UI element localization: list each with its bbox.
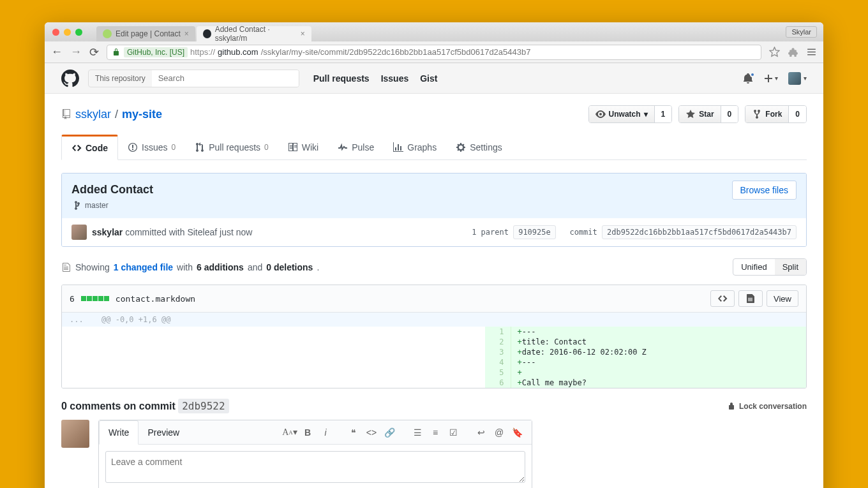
address-bar[interactable]: GitHub, Inc. [US] https://github.com/ssk… <box>107 45 761 60</box>
tab-pulse[interactable]: Pulse <box>328 135 384 159</box>
split-toggle[interactable]: Split <box>775 259 806 275</box>
bold-icon[interactable]: B <box>299 424 316 441</box>
nav-pull-requests[interactable]: Pull requests <box>313 73 370 84</box>
changed-files-link[interactable]: 1 changed file <box>114 262 173 272</box>
maximize-window[interactable] <box>75 29 82 36</box>
italic-icon[interactable]: i <box>317 424 334 441</box>
forward-button[interactable]: → <box>70 45 82 59</box>
quote-icon[interactable]: ❝ <box>345 424 362 441</box>
commit-title: Added Contact <box>71 183 797 196</box>
watch-button-group: Unwatch ▾ 1 <box>588 105 673 123</box>
extensions-icon[interactable] <box>788 47 798 57</box>
lock-conversation-button[interactable]: Lock conversation <box>726 401 807 411</box>
source-view-button[interactable] <box>710 290 735 307</box>
tab-code[interactable]: Code <box>61 135 118 160</box>
tab-issues[interactable]: Issues0 <box>118 135 185 159</box>
create-new-icon[interactable]: ▾ <box>763 73 778 84</box>
url-host: github.com <box>218 47 258 57</box>
task-list-icon[interactable]: ☑ <box>445 424 461 441</box>
fork-button-group: Fork 0 <box>745 105 807 123</box>
parent-sha-link[interactable]: 910925e <box>513 225 556 239</box>
user-menu[interactable]: ▾ <box>788 72 807 85</box>
browser-tab[interactable]: Added Contact · sskylar/m × <box>197 26 311 41</box>
repo-owner-link[interactable]: sskylar <box>75 108 111 121</box>
close-tab-icon[interactable]: × <box>301 29 305 38</box>
star-count[interactable]: 0 <box>721 106 738 122</box>
file-diff: 6 contact.markdown View ...@@ -0,0 +1,6 … <box>61 285 807 388</box>
fork-button[interactable]: Fork <box>745 106 788 122</box>
file-name[interactable]: contact.markdown <box>116 294 195 304</box>
tab-graphs[interactable]: Graphs <box>384 135 446 159</box>
diff-line: 3+date: 2016-06-12 02:02:00 Z <box>62 347 806 357</box>
diff-line: 1+--- <box>62 327 806 337</box>
close-tab-icon[interactable]: × <box>184 29 189 38</box>
browser-tab-bar: Edit page | Contact × Added Contact · ss… <box>45 22 823 41</box>
commit-sha: 2db9522dc16bb2bb1aa517cf5bd0617d2a5443b7 <box>602 225 797 239</box>
site-header: This repository Pull requests Issues Gis… <box>45 63 823 94</box>
branch-name[interactable]: master <box>85 201 108 210</box>
minimize-window[interactable] <box>64 29 71 36</box>
github-logo-icon[interactable] <box>61 70 79 87</box>
additions-count: 6 additions <box>197 262 244 272</box>
traffic-lights <box>45 29 90 36</box>
repo-header: sskylar / my-site Unwatch ▾ 1 Star 0 For… <box>61 105 807 123</box>
rendered-view-button[interactable] <box>738 290 763 307</box>
browse-files-button[interactable]: Browse files <box>732 181 797 200</box>
tab-pull-requests[interactable]: Pull requests0 <box>185 135 278 159</box>
unified-toggle[interactable]: Unified <box>733 259 774 275</box>
write-tab[interactable]: Write <box>99 420 138 445</box>
author-avatar[interactable] <box>71 225 87 240</box>
branch-icon <box>71 200 82 211</box>
menu-icon[interactable] <box>806 47 817 57</box>
close-window[interactable] <box>52 29 59 36</box>
lock-icon <box>111 47 121 57</box>
code-icon[interactable]: <> <box>363 424 380 441</box>
tab-title: Edit page | Contact <box>116 29 181 38</box>
diffstat-squares <box>81 296 109 301</box>
current-user-avatar[interactable] <box>61 420 89 448</box>
nav-gist[interactable]: Gist <box>420 73 437 84</box>
watch-button[interactable]: Unwatch ▾ <box>589 106 654 122</box>
fork-count[interactable]: 0 <box>788 106 806 122</box>
hunk-header: ...@@ -0,0 +1,6 @@ <box>62 313 806 327</box>
preview-tab[interactable]: Preview <box>138 421 188 444</box>
nav-issues[interactable]: Issues <box>381 73 409 84</box>
browser-toolbar: ← → ⟳ GitHub, Inc. [US] https://github.c… <box>45 41 823 63</box>
text-size-icon[interactable]: AA▾ <box>281 424 298 441</box>
author-link[interactable]: sskylar <box>92 227 123 237</box>
tab-title: Added Contact · sskylar/m <box>215 25 297 43</box>
ul-icon[interactable]: ☰ <box>409 424 426 441</box>
back-button[interactable]: ← <box>51 45 63 59</box>
tab-wiki[interactable]: Wiki <box>278 135 328 159</box>
star-button[interactable]: Star <box>679 106 720 122</box>
ol-icon[interactable]: ≡ <box>427 424 444 441</box>
repo-separator: / <box>115 108 118 121</box>
commit-summary: Browse files Added Contact master sskyla… <box>61 173 807 247</box>
comment-textarea[interactable] <box>105 451 525 483</box>
diff-line: 5+ <box>62 367 806 378</box>
mention-icon[interactable]: @ <box>491 424 507 441</box>
reload-button[interactable]: ⟳ <box>89 45 99 59</box>
reply-icon[interactable]: ↩ <box>473 424 490 441</box>
search-scope[interactable]: This repository <box>89 70 152 87</box>
repo-nav: Code Issues0 Pull requests0 Wiki Pulse G… <box>61 135 807 160</box>
notifications-icon[interactable] <box>743 73 753 84</box>
search-input[interactable] <box>152 70 299 87</box>
repo-name-link[interactable]: my-site <box>122 108 162 121</box>
lock-icon <box>726 401 737 411</box>
watch-count[interactable]: 1 <box>654 106 672 122</box>
diff-line: 2+title: Contact <box>62 337 806 347</box>
diff-table: 1+---2+title: Contact3+date: 2016-06-12 … <box>62 327 806 388</box>
browser-tab[interactable]: Edit page | Contact × <box>96 26 195 41</box>
url-protocol: https:// <box>190 47 215 57</box>
tab-settings[interactable]: Settings <box>446 135 512 159</box>
file-line-count: 6 <box>70 294 75 304</box>
bookmark-star-icon[interactable] <box>769 47 780 57</box>
file-icon <box>61 262 71 272</box>
diff-line: 4+--- <box>62 357 806 367</box>
repo-icon <box>61 109 71 119</box>
browser-profile-button[interactable]: Skylar <box>786 26 817 38</box>
bookmark-icon[interactable]: 🔖 <box>509 424 525 441</box>
view-file-button[interactable]: View <box>767 290 798 307</box>
link-icon[interactable]: 🔗 <box>381 424 398 441</box>
